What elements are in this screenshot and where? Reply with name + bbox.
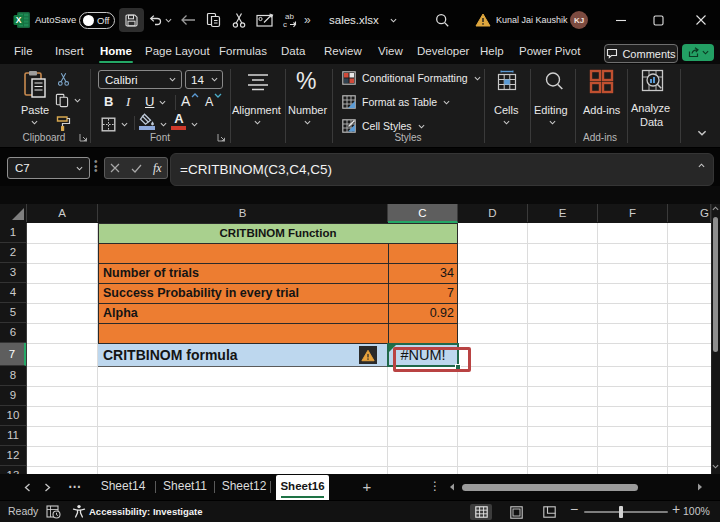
- sheet-tab-sheet14[interactable]: Sheet14: [97, 474, 149, 500]
- tab-file[interactable]: File: [14, 40, 33, 64]
- hscroll-right-arrow[interactable]: [697, 483, 703, 491]
- underline-button[interactable]: U: [145, 94, 154, 109]
- page-break-view-button[interactable]: [538, 504, 560, 520]
- fill-color-chevron-icon[interactable]: [160, 122, 167, 127]
- font-size-select[interactable]: 14: [185, 70, 223, 89]
- error-options-button[interactable]: [359, 346, 377, 364]
- accessibility-status[interactable]: Accessibility: Investigate: [89, 501, 203, 522]
- row-header-10[interactable]: 10: [0, 406, 26, 426]
- title-chevron-icon[interactable]: [389, 17, 398, 23]
- sheet-tab-sheet12[interactable]: Sheet12: [219, 474, 269, 500]
- comments-button[interactable]: Comments: [604, 44, 678, 63]
- analyze-data-label-1[interactable]: Analyze: [631, 102, 670, 114]
- tab-developer[interactable]: Developer: [417, 40, 469, 64]
- save-button[interactable]: [119, 8, 144, 32]
- column-header-a[interactable]: A: [27, 204, 98, 222]
- column-header-d[interactable]: D: [458, 204, 528, 222]
- macro-record-button[interactable]: [46, 505, 61, 519]
- autosave-toggle[interactable]: Off: [79, 12, 115, 29]
- normal-view-button[interactable]: [470, 504, 492, 520]
- minimize-button[interactable]: [612, 12, 629, 28]
- cut-button[interactable]: [230, 10, 248, 30]
- format-as-table-button[interactable]: Format as Table: [342, 95, 450, 109]
- editing-button[interactable]: [543, 70, 564, 92]
- cell-b7-text[interactable]: CRITBINOM formula: [103, 345, 238, 366]
- row-header-3[interactable]: 3: [0, 263, 26, 283]
- horizontal-scroll-thumb[interactable]: [462, 484, 638, 491]
- ribbon-copy-button[interactable]: [54, 92, 70, 108]
- email-button[interactable]: [255, 11, 275, 29]
- font-color-button[interactable]: A: [171, 112, 187, 130]
- new-sheet-button[interactable]: +: [359, 474, 375, 500]
- formula-input[interactable]: =CRITBINOM(C3,C4,C5): [170, 153, 714, 186]
- search-icon[interactable]: [434, 12, 450, 28]
- formula-bar-drag-handle[interactable]: •••: [94, 160, 97, 174]
- cells-label[interactable]: Cells: [494, 104, 518, 116]
- select-all-corner[interactable]: [0, 204, 27, 222]
- row-header-13[interactable]: 13: [0, 466, 26, 474]
- alignment-chevron-icon[interactable]: [254, 120, 261, 125]
- column-header-f[interactable]: F: [598, 204, 668, 222]
- increase-font-button[interactable]: A: [181, 92, 190, 110]
- addins-button[interactable]: [589, 69, 614, 94]
- cell-b3-label[interactable]: Number of trials: [103, 264, 199, 283]
- prev-sheet-arrow[interactable]: [24, 483, 31, 492]
- analyze-data-button[interactable]: [641, 69, 666, 94]
- bold-button[interactable]: B: [104, 94, 113, 109]
- underline-chevron-icon[interactable]: [159, 100, 166, 105]
- zoom-slider-track[interactable]: [584, 511, 668, 513]
- user-name[interactable]: Kunal Jai Kaushik: [496, 0, 568, 40]
- editing-label[interactable]: Editing: [534, 104, 568, 116]
- editing-chevron-icon[interactable]: [549, 120, 556, 125]
- all-sheets-button[interactable]: ⋯: [66, 474, 84, 500]
- row-header-9[interactable]: 9: [0, 386, 26, 406]
- borders-button[interactable]: [100, 116, 116, 132]
- alignment-label[interactable]: Alignment: [232, 104, 281, 116]
- row-header-6[interactable]: 6: [0, 323, 26, 343]
- italic-button[interactable]: I: [126, 94, 130, 110]
- column-header-g[interactable]: G: [668, 204, 711, 222]
- cells-chevron-icon[interactable]: [503, 120, 510, 125]
- row-header-4[interactable]: 4: [0, 283, 26, 303]
- zoom-in-button[interactable]: +: [672, 499, 680, 520]
- undo-menu-chevron[interactable]: [164, 17, 172, 23]
- more-commands-chevron[interactable]: »: [304, 0, 311, 40]
- borders-chevron-icon[interactable]: [121, 122, 128, 127]
- format-painter-button[interactable]: [54, 114, 72, 132]
- accessibility-icon[interactable]: [72, 504, 86, 519]
- zoom-out-button[interactable]: −: [570, 499, 578, 520]
- font-name-select[interactable]: Calibri: [98, 70, 182, 89]
- tab-review[interactable]: Review: [324, 40, 362, 64]
- ribbon-cut-button[interactable]: [55, 71, 71, 87]
- cell-styles-button[interactable]: Cell Styles: [342, 119, 425, 133]
- addins-label[interactable]: Add-ins: [583, 104, 620, 116]
- name-box[interactable]: C7: [7, 157, 90, 179]
- expand-formula-bar-chevron[interactable]: [698, 163, 705, 168]
- tab-formulas[interactable]: Formulas: [219, 40, 267, 64]
- zoom-slider-thumb[interactable]: [619, 506, 623, 518]
- row-header-1[interactable]: 1: [0, 223, 26, 243]
- collapse-ribbon-chevron[interactable]: [697, 130, 707, 136]
- cell-b4-label[interactable]: Success Probability in every trial: [103, 284, 299, 303]
- copy-button[interactable]: [204, 11, 222, 29]
- vertical-scroll-thumb[interactable]: [713, 217, 718, 352]
- row-header-12[interactable]: 12: [0, 446, 26, 466]
- enter-icon[interactable]: [131, 164, 142, 173]
- row-header-11[interactable]: 11: [0, 426, 26, 446]
- row-header-7[interactable]: 7: [0, 343, 26, 366]
- tab-data[interactable]: Data: [281, 40, 305, 64]
- analyze-data-label-2[interactable]: Data: [640, 116, 663, 128]
- hscroll-left-arrow[interactable]: [449, 483, 455, 491]
- conditional-formatting-button[interactable]: Conditional Formatting: [342, 71, 481, 85]
- alignment-icon[interactable]: [246, 72, 270, 92]
- font-dialog-launcher[interactable]: [217, 133, 226, 142]
- sheet-tab-sheet16-active[interactable]: Sheet16: [276, 475, 329, 500]
- sheet-tab-sheet11[interactable]: Sheet11: [160, 474, 210, 500]
- spelling-button[interactable]: abc: [281, 10, 301, 30]
- cell-c5-value[interactable]: 0.92: [389, 304, 454, 323]
- decrease-font-button[interactable]: A: [205, 92, 213, 110]
- avatar[interactable]: KJ: [570, 11, 588, 29]
- cells-button[interactable]: [496, 70, 518, 92]
- insert-function-button[interactable]: fx: [153, 161, 162, 176]
- back-arrow-icon[interactable]: [179, 11, 197, 29]
